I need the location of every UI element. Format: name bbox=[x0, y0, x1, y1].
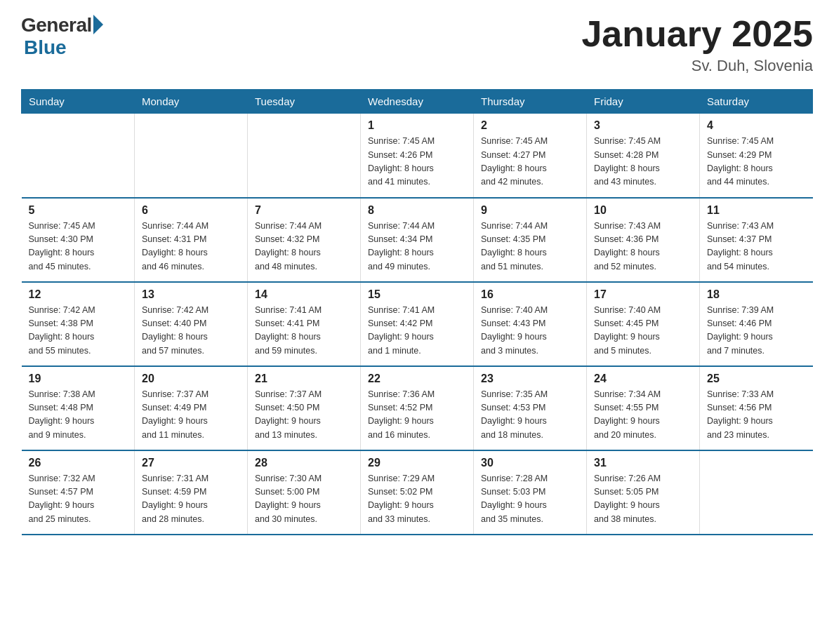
calendar-cell: 9Sunrise: 7:44 AM Sunset: 4:35 PM Daylig… bbox=[474, 198, 587, 282]
calendar-cell bbox=[22, 114, 135, 198]
day-number: 25 bbox=[707, 373, 806, 385]
day-number: 29 bbox=[368, 457, 466, 469]
day-info: Sunrise: 7:37 AM Sunset: 4:49 PM Dayligh… bbox=[142, 388, 240, 443]
calendar-cell: 29Sunrise: 7:29 AM Sunset: 5:02 PM Dayli… bbox=[361, 450, 474, 535]
day-number: 14 bbox=[255, 288, 353, 301]
day-number: 13 bbox=[142, 288, 240, 301]
calendar-cell: 7Sunrise: 7:44 AM Sunset: 4:32 PM Daylig… bbox=[248, 198, 361, 282]
weekday-header-saturday: Saturday bbox=[700, 90, 813, 114]
day-info: Sunrise: 7:40 AM Sunset: 4:43 PM Dayligh… bbox=[481, 304, 579, 358]
calendar-cell: 30Sunrise: 7:28 AM Sunset: 5:03 PM Dayli… bbox=[474, 450, 587, 535]
weekday-header-row: SundayMondayTuesdayWednesdayThursdayFrid… bbox=[22, 90, 813, 114]
day-info: Sunrise: 7:43 AM Sunset: 4:37 PM Dayligh… bbox=[707, 220, 806, 274]
calendar-cell: 22Sunrise: 7:36 AM Sunset: 4:52 PM Dayli… bbox=[361, 366, 474, 450]
day-info: Sunrise: 7:26 AM Sunset: 5:05 PM Dayligh… bbox=[594, 472, 692, 527]
day-number: 16 bbox=[481, 288, 579, 301]
calendar-week-row: 5Sunrise: 7:45 AM Sunset: 4:30 PM Daylig… bbox=[22, 198, 813, 282]
day-number: 18 bbox=[707, 288, 806, 301]
calendar-cell: 10Sunrise: 7:43 AM Sunset: 4:36 PM Dayli… bbox=[587, 198, 700, 282]
calendar-table: SundayMondayTuesdayWednesdayThursdayFrid… bbox=[21, 89, 813, 535]
day-info: Sunrise: 7:44 AM Sunset: 4:35 PM Dayligh… bbox=[481, 220, 579, 274]
day-number: 12 bbox=[29, 288, 128, 301]
day-info: Sunrise: 7:43 AM Sunset: 4:36 PM Dayligh… bbox=[594, 220, 692, 274]
logo: General Blue bbox=[21, 14, 103, 59]
day-info: Sunrise: 7:45 AM Sunset: 4:26 PM Dayligh… bbox=[368, 135, 466, 189]
day-number: 30 bbox=[481, 457, 579, 469]
day-number: 31 bbox=[594, 457, 692, 469]
calendar-cell: 16Sunrise: 7:40 AM Sunset: 4:43 PM Dayli… bbox=[474, 282, 587, 366]
day-number: 26 bbox=[29, 457, 128, 469]
calendar-cell bbox=[700, 450, 813, 535]
calendar-cell: 26Sunrise: 7:32 AM Sunset: 4:57 PM Dayli… bbox=[22, 450, 135, 535]
day-info: Sunrise: 7:40 AM Sunset: 4:45 PM Dayligh… bbox=[594, 304, 692, 358]
calendar-week-row: 12Sunrise: 7:42 AM Sunset: 4:38 PM Dayli… bbox=[22, 282, 813, 366]
day-number: 11 bbox=[707, 204, 806, 217]
calendar-cell: 28Sunrise: 7:30 AM Sunset: 5:00 PM Dayli… bbox=[248, 450, 361, 535]
month-title: January 2025 bbox=[581, 14, 813, 54]
calendar-cell: 5Sunrise: 7:45 AM Sunset: 4:30 PM Daylig… bbox=[22, 198, 135, 282]
day-number: 22 bbox=[368, 373, 466, 385]
calendar-cell: 18Sunrise: 7:39 AM Sunset: 4:46 PM Dayli… bbox=[700, 282, 813, 366]
calendar-cell: 12Sunrise: 7:42 AM Sunset: 4:38 PM Dayli… bbox=[22, 282, 135, 366]
day-number: 28 bbox=[255, 457, 353, 469]
calendar-cell: 14Sunrise: 7:41 AM Sunset: 4:41 PM Dayli… bbox=[248, 282, 361, 366]
calendar-week-row: 26Sunrise: 7:32 AM Sunset: 4:57 PM Dayli… bbox=[22, 450, 813, 535]
day-info: Sunrise: 7:44 AM Sunset: 4:31 PM Dayligh… bbox=[142, 220, 240, 274]
calendar-cell: 17Sunrise: 7:40 AM Sunset: 4:45 PM Dayli… bbox=[587, 282, 700, 366]
day-number: 2 bbox=[481, 119, 579, 132]
calendar-cell: 2Sunrise: 7:45 AM Sunset: 4:27 PM Daylig… bbox=[474, 114, 587, 198]
day-number: 27 bbox=[142, 457, 240, 469]
day-number: 7 bbox=[255, 204, 353, 217]
day-info: Sunrise: 7:34 AM Sunset: 4:55 PM Dayligh… bbox=[594, 388, 692, 443]
calendar-cell: 21Sunrise: 7:37 AM Sunset: 4:50 PM Dayli… bbox=[248, 366, 361, 450]
day-info: Sunrise: 7:45 AM Sunset: 4:28 PM Dayligh… bbox=[594, 135, 692, 189]
day-info: Sunrise: 7:35 AM Sunset: 4:53 PM Dayligh… bbox=[481, 388, 579, 443]
calendar-cell: 24Sunrise: 7:34 AM Sunset: 4:55 PM Dayli… bbox=[587, 366, 700, 450]
logo-blue-text: Blue bbox=[24, 36, 67, 59]
day-number: 17 bbox=[594, 288, 692, 301]
day-number: 24 bbox=[594, 373, 692, 385]
day-number: 20 bbox=[142, 373, 240, 385]
day-info: Sunrise: 7:45 AM Sunset: 4:27 PM Dayligh… bbox=[481, 135, 579, 189]
weekday-header-monday: Monday bbox=[135, 90, 248, 114]
calendar-cell bbox=[135, 114, 248, 198]
calendar-cell: 6Sunrise: 7:44 AM Sunset: 4:31 PM Daylig… bbox=[135, 198, 248, 282]
day-number: 10 bbox=[594, 204, 692, 217]
day-info: Sunrise: 7:42 AM Sunset: 4:40 PM Dayligh… bbox=[142, 304, 240, 358]
day-number: 8 bbox=[368, 204, 466, 217]
day-number: 19 bbox=[29, 373, 128, 385]
weekday-header-wednesday: Wednesday bbox=[361, 90, 474, 114]
calendar-cell: 4Sunrise: 7:45 AM Sunset: 4:29 PM Daylig… bbox=[700, 114, 813, 198]
day-info: Sunrise: 7:32 AM Sunset: 4:57 PM Dayligh… bbox=[29, 472, 128, 527]
day-number: 9 bbox=[481, 204, 579, 217]
day-number: 6 bbox=[142, 204, 240, 217]
day-info: Sunrise: 7:42 AM Sunset: 4:38 PM Dayligh… bbox=[29, 304, 128, 358]
location-label: Sv. Duh, Slovenia bbox=[581, 57, 813, 75]
page-header: General Blue January 2025 Sv. Duh, Slove… bbox=[21, 14, 813, 75]
day-info: Sunrise: 7:41 AM Sunset: 4:42 PM Dayligh… bbox=[368, 304, 466, 358]
day-info: Sunrise: 7:36 AM Sunset: 4:52 PM Dayligh… bbox=[368, 388, 466, 443]
day-info: Sunrise: 7:45 AM Sunset: 4:29 PM Dayligh… bbox=[707, 135, 806, 189]
day-info: Sunrise: 7:44 AM Sunset: 4:32 PM Dayligh… bbox=[255, 220, 353, 274]
calendar-cell: 13Sunrise: 7:42 AM Sunset: 4:40 PM Dayli… bbox=[135, 282, 248, 366]
calendar-cell: 23Sunrise: 7:35 AM Sunset: 4:53 PM Dayli… bbox=[474, 366, 587, 450]
day-number: 15 bbox=[368, 288, 466, 301]
weekday-header-friday: Friday bbox=[587, 90, 700, 114]
day-info: Sunrise: 7:29 AM Sunset: 5:02 PM Dayligh… bbox=[368, 472, 466, 527]
weekday-header-thursday: Thursday bbox=[474, 90, 587, 114]
calendar-cell: 25Sunrise: 7:33 AM Sunset: 4:56 PM Dayli… bbox=[700, 366, 813, 450]
day-info: Sunrise: 7:38 AM Sunset: 4:48 PM Dayligh… bbox=[29, 388, 128, 443]
calendar-cell: 20Sunrise: 7:37 AM Sunset: 4:49 PM Dayli… bbox=[135, 366, 248, 450]
day-info: Sunrise: 7:28 AM Sunset: 5:03 PM Dayligh… bbox=[481, 472, 579, 527]
day-number: 23 bbox=[481, 373, 579, 385]
calendar-cell bbox=[248, 114, 361, 198]
calendar-cell: 15Sunrise: 7:41 AM Sunset: 4:42 PM Dayli… bbox=[361, 282, 474, 366]
calendar-cell: 11Sunrise: 7:43 AM Sunset: 4:37 PM Dayli… bbox=[700, 198, 813, 282]
weekday-header-sunday: Sunday bbox=[22, 90, 135, 114]
day-info: Sunrise: 7:39 AM Sunset: 4:46 PM Dayligh… bbox=[707, 304, 806, 358]
calendar-cell: 19Sunrise: 7:38 AM Sunset: 4:48 PM Dayli… bbox=[22, 366, 135, 450]
day-info: Sunrise: 7:33 AM Sunset: 4:56 PM Dayligh… bbox=[707, 388, 806, 443]
day-number: 5 bbox=[29, 204, 128, 217]
day-info: Sunrise: 7:45 AM Sunset: 4:30 PM Dayligh… bbox=[29, 220, 128, 274]
day-number: 21 bbox=[255, 373, 353, 385]
